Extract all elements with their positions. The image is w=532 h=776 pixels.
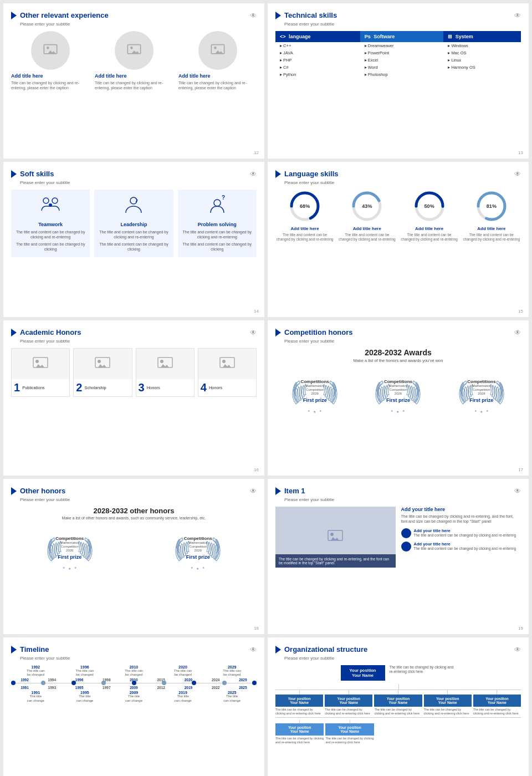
lang-desc-4: The title and content can be changed by … xyxy=(462,233,521,242)
lang-cpp: C++ xyxy=(275,42,360,49)
item1-sub-content-2: Add your title here The title and conten… xyxy=(414,542,516,551)
org-bot-1: Your position Your Name The title can be… xyxy=(275,720,324,744)
org-mid-box-5[interactable]: Your position Your Name xyxy=(473,695,521,707)
academic-num-2: 2 xyxy=(76,381,82,394)
academic-label-1: 1 Publications xyxy=(12,379,69,396)
lang-title-2[interactable]: Add title here xyxy=(337,226,396,231)
eye-icon[interactable]: 👁 xyxy=(250,170,257,178)
org-top-box[interactable]: Your position Your Name xyxy=(341,665,385,681)
eye-icon[interactable]: 👁 xyxy=(514,646,521,654)
lang-desc-1: The title and content can be changed by … xyxy=(275,233,334,242)
org-mid-5: Your position Your Name The title can be… xyxy=(473,690,521,715)
tl-byear-1991: 1991 xyxy=(11,691,60,695)
eye-icon[interactable]: 👁 xyxy=(514,329,521,336)
academic-item-2: 2 Scholarship xyxy=(73,348,132,397)
lang-desc-2: The title and content can be changed by … xyxy=(337,233,396,242)
org-wrapper: Your position Your Name The title can be… xyxy=(275,665,521,744)
dot-8 xyxy=(222,681,227,685)
tl-smb-2025: 2025 xyxy=(229,686,257,690)
org-mid-4: Your position Your Name The title can be… xyxy=(424,690,472,715)
teamwork-title[interactable]: Teamwork xyxy=(16,222,85,227)
ps-icon: Ps xyxy=(365,34,371,39)
sys-win: Windows xyxy=(443,42,521,49)
svg-text:★: ★ xyxy=(197,566,200,570)
eye-icon[interactable]: 👁 xyxy=(514,170,521,178)
exp-image-1 xyxy=(31,31,70,70)
item1-left: The title can be changed by clicking and… xyxy=(275,507,396,568)
dot-2 xyxy=(41,681,45,685)
svg-text:★: ★ xyxy=(474,409,477,412)
academic-num-1: 1 xyxy=(14,381,20,394)
eye-icon[interactable]: 👁 xyxy=(514,487,521,495)
timeline-line xyxy=(11,683,257,683)
eye-icon[interactable]: 👁 xyxy=(250,646,257,654)
org-con-m5 xyxy=(497,690,497,695)
svg-text:★: ★ xyxy=(391,409,393,412)
org-mid-desc-5: The title can be changed by clicking and… xyxy=(473,708,521,715)
slide-title: Competition honors xyxy=(284,328,514,336)
org-mid-box-4[interactable]: Your position Your Name xyxy=(424,695,472,707)
win-icon: ⊞ xyxy=(448,34,452,39)
slide-other-honors: Other honors 👁 Please enter your subtitl… xyxy=(3,479,264,634)
exp-title-2[interactable]: Add title here xyxy=(95,73,173,79)
org-bot-box-1[interactable]: Your position Your Name xyxy=(275,723,324,736)
leadership-desc2: The title and content can be changed by … xyxy=(99,242,168,252)
exp-desc-1: Title can be changed by clicking and re-… xyxy=(11,80,89,90)
item1-sub-desc-2: The title and content can be changed by … xyxy=(414,547,516,551)
lang-cs: C# xyxy=(275,64,360,71)
lang-title-4[interactable]: Add title here xyxy=(462,226,521,231)
academic-img-2 xyxy=(74,349,131,379)
soft-item-leadership: Leadership The title and content can be … xyxy=(94,190,173,257)
lang-item-68: 68% Add title here The title and content… xyxy=(275,190,334,242)
timeline-bottom-row: 1991 The titlecan change 1995 The titlec… xyxy=(11,691,257,702)
org-mid-box-1[interactable]: Your position Your Name xyxy=(275,695,323,707)
svg-rect-20 xyxy=(33,358,48,367)
problem-title[interactable]: Problem solving xyxy=(182,222,252,227)
lang-title-1[interactable]: Add title here xyxy=(275,226,334,231)
tl-smb-1993: 1993 xyxy=(38,686,65,690)
eye-icon[interactable]: 👁 xyxy=(250,12,257,19)
svg-rect-22 xyxy=(95,358,110,367)
org-mid-box-2[interactable]: Your position Your Name xyxy=(325,695,372,707)
lang-items: 68% Add title here The title and content… xyxy=(275,190,521,242)
tl-top-1: 1992 The title canbe changed xyxy=(11,665,60,677)
triangle-icon xyxy=(11,646,17,654)
academic-num-4: 4 xyxy=(201,381,207,394)
tl-year-1992: 1992 xyxy=(11,665,60,669)
academic-label-4: 4 Honors xyxy=(198,379,256,396)
eye-icon[interactable]: 👁 xyxy=(514,12,521,19)
lang-item-81: 81% Add title here The title and content… xyxy=(462,190,521,242)
svg-text:★: ★ xyxy=(486,409,489,412)
tl-bot-5: 2025 The titlecan change xyxy=(207,691,257,702)
leadership-desc: The title and content can be changed by … xyxy=(99,229,168,239)
teamwork-desc2: The title and content can be changed by … xyxy=(16,242,85,252)
eye-icon[interactable]: 👁 xyxy=(250,329,257,336)
award-comp-2: Competitions xyxy=(384,379,412,384)
slide-subtitle: Please enter your subtitle xyxy=(284,339,521,344)
pct-43: 43% xyxy=(362,203,372,209)
slide-header: Organizational structure 👁 xyxy=(275,645,521,654)
dot-4 xyxy=(101,681,106,685)
item1-sub-title-1[interactable]: Add your title here xyxy=(414,528,516,533)
org-bot-box-2[interactable]: Your position Your Name xyxy=(325,723,374,736)
lang-title-3[interactable]: Add title here xyxy=(400,226,459,231)
svg-point-44 xyxy=(330,533,334,536)
org-mid-box-3[interactable]: Your position Your Name xyxy=(374,695,422,707)
org-con-m3 xyxy=(398,690,398,695)
svg-point-9 xyxy=(130,197,137,204)
item1-main-title[interactable]: Add your title here xyxy=(401,507,521,512)
exp-image-2 xyxy=(115,31,154,70)
org-mid-1: Your position Your Name The title can be… xyxy=(275,690,323,715)
item1-sub-desc-1: The title and content can be changed by … xyxy=(414,533,516,538)
lang-desc-3: The title and content can be changed by … xyxy=(400,233,459,242)
svg-point-7 xyxy=(52,198,58,203)
award-sub-o2: Mathematics Competition 2029 xyxy=(184,541,212,553)
leadership-title[interactable]: Leadership xyxy=(99,222,168,227)
tl-smb-1995: 1995 xyxy=(65,686,93,690)
exp-title-3[interactable]: Add title here xyxy=(178,73,257,79)
eye-icon[interactable]: 👁 xyxy=(250,487,257,495)
award-sub-3: Mathematics Competition 2028 xyxy=(467,384,495,396)
exp-title-1[interactable]: Add title here xyxy=(11,73,89,79)
svg-text:?: ? xyxy=(222,195,225,201)
item1-sub-title-2[interactable]: Add your title here xyxy=(414,542,516,547)
